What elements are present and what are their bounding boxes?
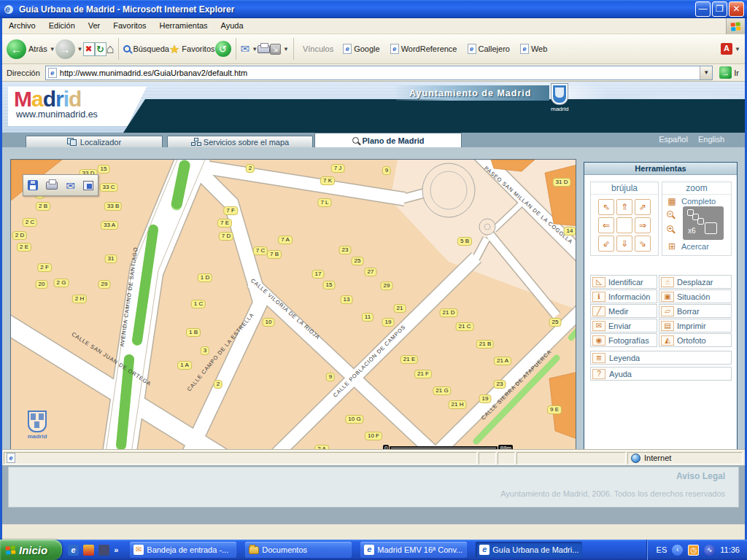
desktop: e Guía Urbana de Madrid - Microsoft Inte… (0, 0, 747, 560)
back-icon: ← (7, 39, 26, 59)
close-button[interactable]: ✕ (729, 1, 744, 17)
link-item[interactable]: e Google (343, 44, 379, 54)
menu-item[interactable]: Favoritos (107, 18, 152, 34)
tray-clock-icon[interactable]: ◷ (688, 545, 699, 556)
lang-espanol-link[interactable]: Español (659, 135, 688, 144)
tab-servicios[interactable]: Servicios sobre el mapa (167, 136, 313, 147)
address-dropdown-icon[interactable]: ▼ (700, 66, 712, 79)
ie-quicklaunch-icon[interactable]: e (68, 545, 79, 556)
compass-arrow-button[interactable]: ⇙ (598, 236, 614, 252)
menu-item[interactable]: Herramientas (153, 18, 214, 34)
compass-arrow-button[interactable]: ⇐ (598, 217, 614, 233)
search-button[interactable]: Búsqueda (123, 44, 169, 53)
link-item[interactable]: e Web (520, 44, 547, 54)
start-button[interactable]: Inicio (0, 540, 62, 560)
quicklaunch-icon[interactable] (98, 545, 109, 556)
compass-arrow-button[interactable]: ⇓ (616, 236, 632, 252)
history-icon: ↺ (215, 41, 231, 57)
refresh-button[interactable]: ↻ (95, 42, 107, 56)
tool-button[interactable]: ▣ Situación (659, 289, 732, 303)
compass-arrow-button[interactable] (616, 217, 632, 233)
tool-button[interactable]: ╱ Medir (590, 304, 657, 318)
compass-arrow-button[interactable]: ⇑ (616, 199, 632, 215)
link-item[interactable]: e Callejero (468, 44, 510, 54)
tool-button[interactable]: ◺ Identificar (590, 275, 657, 289)
back-dropdown-icon[interactable]: ▼ (50, 46, 55, 52)
task-icon (249, 546, 259, 554)
zoom-out-icon[interactable]: − (667, 211, 673, 217)
maximize-button[interactable]: ❐ (712, 1, 727, 17)
tool-button[interactable]: ▱ Borrar (659, 304, 732, 318)
tool-button[interactable]: ✉ Enviar (590, 319, 657, 332)
zoom-full-icon[interactable]: ▦ (666, 196, 678, 206)
quicklaunch-icon[interactable] (83, 545, 94, 556)
zone-label: Internet (644, 454, 671, 462)
compass-arrow-button[interactable]: ⇖ (598, 199, 614, 215)
tool-label: Situación (677, 292, 710, 301)
edit-dropdown-icon[interactable]: ▼ (283, 46, 289, 52)
print-button[interactable] (258, 45, 270, 53)
parcel-number-badge: 33 B (104, 202, 122, 211)
mail-dropdown-icon[interactable]: ▼ (252, 46, 258, 52)
zoom-closer-label[interactable]: Acercar (681, 242, 709, 251)
menu-item[interactable]: Archivo (2, 18, 42, 34)
forward-dropdown-icon[interactable]: ▼ (77, 46, 83, 52)
windows-logo-icon (726, 18, 745, 34)
tool-button-wide[interactable]: ? Ayuda (590, 367, 732, 381)
tool-button[interactable]: ◉ Fotografías (590, 333, 657, 347)
quicklaunch-overflow-icon[interactable]: » (114, 545, 118, 554)
adobe-dropdown-icon[interactable]: ▼ (735, 46, 740, 52)
tool-icon: ▱ (661, 306, 674, 316)
lang-english-link[interactable]: English (698, 135, 724, 144)
zoom-in-icon[interactable]: + (667, 225, 673, 232)
compass-arrow-button[interactable]: ⇗ (635, 199, 651, 215)
aviso-legal-link[interactable]: Aviso Legal (676, 471, 725, 481)
compass-arrow-button[interactable]: ⇒ (635, 217, 651, 233)
save-icon[interactable] (28, 180, 38, 190)
language-indicator[interactable]: ES (657, 545, 667, 554)
tool-button[interactable]: ▤ Imprimir (659, 319, 732, 332)
taskbar-task-button[interactable]: Documentos (245, 542, 352, 558)
tool-button[interactable]: ℹ Información (590, 289, 657, 303)
taskbar-task-button[interactable]: e Madrid EMV 16ª Conv... (360, 542, 467, 558)
favorites-icon: ★ (169, 42, 179, 56)
tray-network-icon[interactable]: ∿ (704, 545, 715, 556)
back-button[interactable]: ← Atrás ▼ (7, 39, 55, 59)
address-input[interactable]: e http://www.munimadrid.es/GuiaUrbanav2/… (45, 66, 713, 80)
menu-item[interactable]: Edición (42, 18, 82, 34)
adobe-pdf-button[interactable]: A ▼ (721, 43, 740, 55)
zoom-closer-icon[interactable]: ⊞ (666, 241, 678, 252)
compass-label: brújula (591, 182, 658, 195)
map-canvas[interactable]: AVENIDA CAMINO DE SANTIAGOCALLE SAN JUAN… (11, 160, 576, 453)
stop-button[interactable]: ✖ (83, 42, 95, 56)
tool-button-wide[interactable]: ≣ Leyenda (590, 351, 732, 365)
tool-button[interactable]: ☝ Desplazar (659, 275, 732, 289)
edit-button[interactable]: ⇲ ▼ (270, 44, 289, 55)
mail-icon[interactable]: ✉ (66, 180, 75, 191)
forward-button[interactable]: → ▼ (55, 39, 83, 59)
tab-plano-de-madrid[interactable]: Plano de Madrid (314, 133, 462, 147)
tool-button[interactable]: ◭ Ortofoto (659, 333, 732, 347)
mail-button[interactable]: ✉ ▼ (241, 42, 258, 55)
tool-label: Leyenda (609, 354, 640, 362)
home-button[interactable]: ⌂ (107, 42, 115, 57)
madrid-logo[interactable]: Madrid www.munimadrid.es (8, 87, 147, 126)
history-button[interactable]: ↺ (215, 41, 231, 57)
menu-item[interactable]: Ver (82, 18, 107, 34)
tool-icon: ≣ (592, 353, 605, 363)
go-button[interactable]: → Ir (716, 66, 742, 79)
hide-icons-chevron-icon[interactable]: ‹ (672, 545, 683, 556)
link-item[interactable]: e WordReference (390, 44, 457, 54)
window-titlebar[interactable]: e Guía Urbana de Madrid - Microsoft Inte… (0, 0, 747, 18)
favorites-button[interactable]: ★ Favoritos (169, 42, 215, 56)
tab-localizador[interactable]: Localizador (26, 136, 163, 147)
taskbar-task-button[interactable]: e Guía Urbana de Madri... (476, 542, 582, 558)
tab-label: Localizador (80, 138, 121, 147)
print-preview-icon[interactable] (83, 181, 93, 190)
compass-arrow-button[interactable]: ⇘ (635, 236, 651, 252)
zoom-full-label[interactable]: Completo (681, 197, 716, 206)
taskbar-task-button[interactable]: ✉ Bandeja de entrada -... (130, 542, 236, 558)
print-icon[interactable] (46, 182, 58, 190)
menu-item[interactable]: Ayuda (214, 18, 250, 34)
minimize-button[interactable]: — (695, 1, 711, 17)
